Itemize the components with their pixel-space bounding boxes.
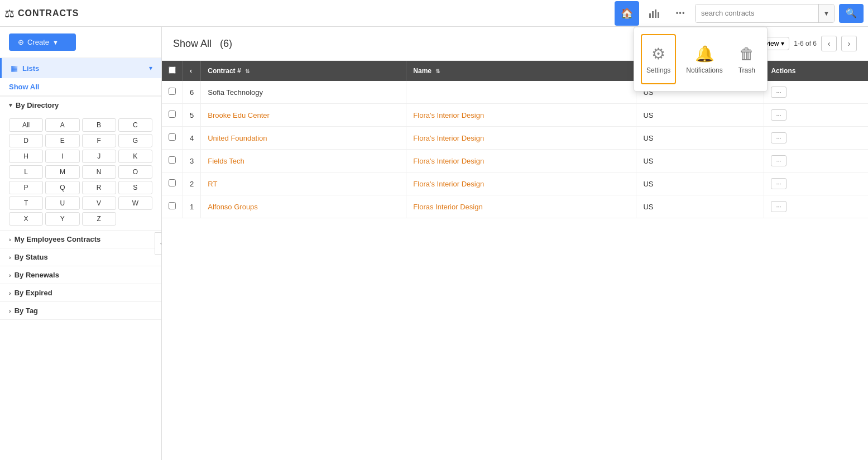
row-actions-0: ··· — [764, 81, 868, 104]
dir-letter-o[interactable]: O — [118, 165, 152, 179]
by-tag-header[interactable]: › By Tag — [0, 302, 161, 319]
directory-grid-section: AllABCDEFGHIJKLMNOPQRSTUVWXYZ — [0, 114, 161, 230]
dir-letter-g[interactable]: G — [118, 134, 152, 147]
search-button[interactable]: 🔍 — [839, 4, 864, 23]
table-body: 6 Sofia Technology US ··· 5 Brooke Edu C… — [162, 81, 868, 218]
my-employees-header[interactable]: › My Employees Contracts — [0, 231, 161, 248]
settings-dropdown-item[interactable]: ⚙ Settings — [641, 34, 676, 84]
row-select-1[interactable] — [169, 111, 176, 118]
th-name[interactable]: Name ⇅ — [406, 61, 636, 81]
dir-letter-v[interactable]: V — [82, 197, 116, 210]
search-container: ▼ — [695, 4, 835, 23]
dir-letter-e[interactable]: E — [45, 134, 79, 147]
row-select-5[interactable] — [169, 202, 176, 209]
company-link-1[interactable]: Flora's Interior Design — [413, 111, 484, 119]
dir-letter-j[interactable]: J — [82, 150, 116, 163]
by-tag-section: › By Tag — [0, 302, 161, 320]
sidebar-collapse-handle[interactable]: ‹ — [155, 232, 162, 255]
row-select-4[interactable] — [169, 179, 176, 186]
app-title: CONTRACTS — [18, 8, 79, 18]
show-all-link[interactable]: Show All — [0, 78, 161, 96]
trash-label: Trash — [738, 66, 755, 74]
table-row: 5 Brooke Edu Center Flora's Interior Des… — [162, 104, 868, 127]
table-row: 1 Alfonso Groups Floras Interior Design … — [162, 195, 868, 218]
search-dropdown-button[interactable]: ▼ — [818, 4, 834, 22]
row-actions-btn-4[interactable]: ··· — [771, 178, 786, 189]
row-actions-btn-5[interactable]: ··· — [771, 201, 786, 212]
dir-letter-i[interactable]: I — [45, 150, 79, 163]
by-expired-header[interactable]: › By Expired — [0, 284, 161, 301]
search-input[interactable] — [696, 4, 818, 22]
row-actions-btn-3[interactable]: ··· — [771, 155, 786, 166]
by-status-section: › By Status — [0, 248, 161, 266]
th-contract-number[interactable]: Contract # ⇅ — [201, 61, 406, 81]
row-select-0[interactable] — [169, 88, 176, 95]
dir-letter-b[interactable]: B — [82, 118, 116, 132]
select-all-checkbox[interactable] — [169, 66, 176, 74]
settings-icon: ⚙ — [651, 45, 665, 63]
dir-letter-z[interactable]: Z — [82, 212, 116, 226]
trash-dropdown-item[interactable]: 🗑 Trash — [733, 34, 761, 84]
dir-letter-h[interactable]: H — [9, 150, 43, 163]
sidebar-lists-section: ▦ Lists ▾ Show All — [0, 58, 161, 97]
dir-letter-n[interactable]: N — [82, 165, 116, 179]
by-renewals-header[interactable]: › By Renewals — [0, 266, 161, 284]
home-button[interactable]: 🏠 — [615, 1, 639, 26]
chart-button[interactable] — [641, 1, 666, 26]
by-directory-header[interactable]: ▾ By Directory — [0, 97, 161, 114]
row-id-4: 2 — [183, 172, 201, 195]
contract-name-link-2[interactable]: United Foundation — [208, 134, 267, 142]
row-actions-btn-0[interactable]: ··· — [771, 87, 786, 98]
row-actions-4: ··· — [764, 172, 868, 195]
dir-letter-s[interactable]: S — [118, 181, 152, 194]
by-tag-arrow-icon: › — [9, 308, 11, 314]
row-id-0: 6 — [183, 81, 201, 104]
by-status-header[interactable]: › By Status — [0, 248, 161, 266]
dir-letter-y[interactable]: Y — [45, 212, 79, 226]
dir-letter-p[interactable]: P — [9, 181, 43, 194]
contract-name-link-5[interactable]: Alfonso Groups — [208, 203, 258, 211]
row-incorpor-4: US — [636, 172, 764, 195]
by-status-arrow-icon: › — [9, 254, 11, 261]
more-button[interactable]: ••• — [668, 1, 693, 26]
dir-letter-f[interactable]: F — [82, 134, 116, 147]
dir-letter-u[interactable]: U — [45, 197, 79, 210]
top-navigation: ⚖ CONTRACTS 🏠 ••• ▼ 🔍 ⚙ Settings 🔔 Notif… — [0, 0, 868, 27]
contract-name-link-4[interactable]: RT — [208, 180, 217, 188]
dir-letter-d[interactable]: D — [9, 134, 43, 147]
company-link-4[interactable]: Flora's Interior Design — [413, 180, 484, 188]
company-link-2[interactable]: Flora's Interior Design — [413, 134, 484, 142]
dir-letter-c[interactable]: C — [118, 118, 152, 132]
row-id-2: 4 — [183, 127, 201, 150]
dir-letter-w[interactable]: W — [118, 197, 152, 210]
pagination-prev-button[interactable]: ‹ — [821, 36, 837, 51]
row-select-2[interactable] — [169, 133, 176, 141]
company-link-5[interactable]: Floras Interior Design — [413, 203, 482, 211]
row-actions-btn-2[interactable]: ··· — [771, 132, 786, 143]
by-tag-label: By Tag — [15, 306, 38, 315]
create-button[interactable]: ⊕ Create ▼ — [9, 33, 76, 51]
create-arrow-icon: ▼ — [52, 39, 59, 46]
notifications-dropdown-item[interactable]: 🔔 Notifications — [680, 34, 728, 84]
dir-letter-m[interactable]: M — [45, 165, 79, 179]
dir-letter-t[interactable]: T — [9, 197, 43, 210]
dir-letter-k[interactable]: K — [118, 150, 152, 163]
table-row: 2 RT Flora's Interior Design US ··· — [162, 172, 868, 195]
contract-name-link-1[interactable]: Brooke Edu Center — [208, 111, 270, 119]
dir-letter-l[interactable]: L — [9, 165, 43, 179]
row-actions-btn-1[interactable]: ··· — [771, 109, 786, 121]
row-id-1: 5 — [183, 104, 201, 127]
directory-grid: AllABCDEFGHIJKLMNOPQRSTUVWXYZ — [9, 118, 152, 226]
row-actions-1: ··· — [764, 104, 868, 127]
dir-letter-q[interactable]: Q — [45, 181, 79, 194]
row-actions-3: ··· — [764, 150, 868, 172]
dir-letter-r[interactable]: R — [82, 181, 116, 194]
dir-letter-a[interactable]: A — [45, 118, 79, 132]
dir-letter-x[interactable]: X — [9, 212, 43, 226]
company-link-3[interactable]: Flora's Interior Design — [413, 157, 484, 165]
contract-name-link-3[interactable]: Fields Tech — [208, 157, 244, 165]
pagination-next-button[interactable]: › — [841, 36, 857, 51]
lists-header[interactable]: ▦ Lists ▾ — [0, 58, 161, 78]
row-select-3[interactable] — [169, 156, 176, 164]
dir-letter-all[interactable]: All — [9, 118, 43, 132]
